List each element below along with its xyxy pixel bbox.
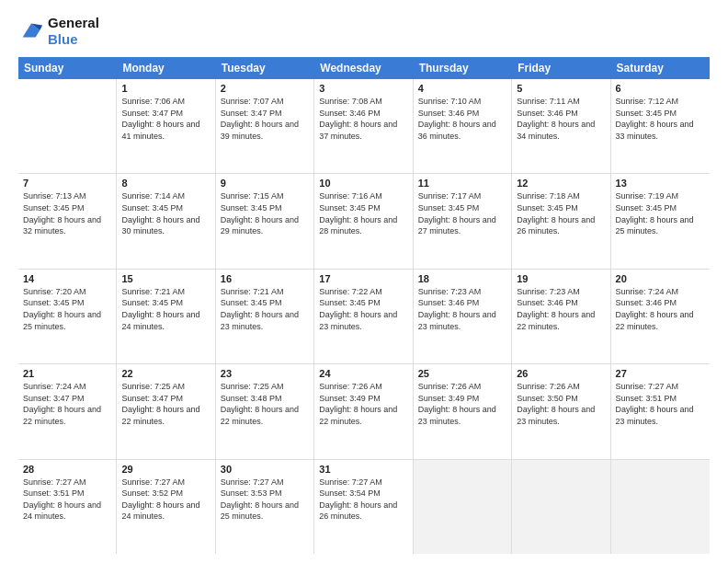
- cell-info: Sunrise: 7:16 AMSunset: 3:45 PMDaylight:…: [319, 190, 407, 236]
- cell-info: Sunrise: 7:25 AMSunset: 3:48 PMDaylight:…: [221, 381, 309, 427]
- cell-date: 16: [221, 273, 309, 284]
- cell-date: 31: [319, 464, 407, 475]
- cell-date: 6: [616, 83, 705, 94]
- cell-2-1: 15 Sunrise: 7:21 AMSunset: 3:45 PMDaylig…: [117, 270, 215, 363]
- cell-0-2: 2 Sunrise: 7:07 AMSunset: 3:47 PMDayligh…: [216, 79, 314, 173]
- cell-3-5: 26 Sunrise: 7:26 AMSunset: 3:50 PMDaylig…: [512, 364, 610, 458]
- cell-date: 8: [121, 178, 210, 189]
- cell-info: Sunrise: 7:11 AMSunset: 3:46 PMDaylight:…: [517, 96, 605, 142]
- header-friday: Friday: [512, 57, 610, 79]
- cell-4-1: 29 Sunrise: 7:27 AMSunset: 3:52 PMDaylig…: [117, 460, 215, 554]
- cell-2-0: 14 Sunrise: 7:20 AMSunset: 3:45 PMDaylig…: [18, 270, 117, 363]
- cell-info: Sunrise: 7:10 AMSunset: 3:46 PMDaylight:…: [418, 96, 506, 142]
- cell-date: 5: [517, 83, 605, 94]
- cell-info: Sunrise: 7:20 AMSunset: 3:45 PMDaylight:…: [23, 286, 111, 332]
- cell-info: Sunrise: 7:17 AMSunset: 3:45 PMDaylight:…: [418, 190, 506, 236]
- logo: General Blue: [18, 15, 99, 48]
- header-thursday: Thursday: [414, 57, 512, 79]
- cell-date: 14: [23, 273, 111, 284]
- calendar-body: 1 Sunrise: 7:06 AMSunset: 3:47 PMDayligh…: [18, 79, 710, 554]
- cell-3-2: 23 Sunrise: 7:25 AMSunset: 3:48 PMDaylig…: [216, 364, 314, 458]
- cell-0-5: 5 Sunrise: 7:11 AMSunset: 3:46 PMDayligh…: [512, 79, 610, 173]
- cell-2-4: 18 Sunrise: 7:23 AMSunset: 3:46 PMDaylig…: [414, 270, 512, 363]
- cell-info: Sunrise: 7:26 AMSunset: 3:49 PMDaylight:…: [418, 381, 506, 427]
- cell-date: 21: [23, 368, 111, 379]
- cell-1-3: 10 Sunrise: 7:16 AMSunset: 3:45 PMDaylig…: [314, 174, 413, 268]
- cell-date: 15: [121, 273, 210, 284]
- cell-info: Sunrise: 7:23 AMSunset: 3:46 PMDaylight:…: [517, 286, 605, 332]
- cell-info: Sunrise: 7:26 AMSunset: 3:49 PMDaylight:…: [319, 381, 407, 427]
- cell-date: 19: [517, 273, 605, 284]
- header-saturday: Saturday: [611, 57, 710, 79]
- cell-info: Sunrise: 7:14 AMSunset: 3:45 PMDaylight:…: [121, 190, 210, 236]
- cell-info: Sunrise: 7:08 AMSunset: 3:46 PMDaylight:…: [319, 96, 407, 142]
- cell-date: 13: [616, 178, 705, 189]
- cell-info: Sunrise: 7:21 AMSunset: 3:45 PMDaylight:…: [221, 286, 309, 332]
- cell-info: Sunrise: 7:27 AMSunset: 3:53 PMDaylight:…: [221, 477, 309, 523]
- cell-date: 9: [221, 178, 309, 189]
- cell-3-1: 22 Sunrise: 7:25 AMSunset: 3:47 PMDaylig…: [117, 364, 215, 458]
- header-sunday: Sunday: [18, 57, 117, 79]
- cell-info: Sunrise: 7:26 AMSunset: 3:50 PMDaylight:…: [517, 381, 605, 427]
- cell-date: 23: [221, 368, 309, 379]
- cell-0-6: 6 Sunrise: 7:12 AMSunset: 3:45 PMDayligh…: [611, 79, 710, 173]
- page: General Blue Sunday Monday Tuesday Wedne…: [0, 0, 728, 563]
- cell-info: Sunrise: 7:07 AMSunset: 3:47 PMDaylight:…: [221, 96, 309, 142]
- cell-info: Sunrise: 7:13 AMSunset: 3:45 PMDaylight:…: [23, 190, 111, 236]
- cell-date: 17: [319, 273, 407, 284]
- calendar: Sunday Monday Tuesday Wednesday Thursday…: [18, 57, 710, 554]
- cell-date: 10: [319, 178, 407, 189]
- cell-0-1: 1 Sunrise: 7:06 AMSunset: 3:47 PMDayligh…: [117, 79, 215, 173]
- cell-date: 3: [319, 83, 407, 94]
- cell-date: 12: [517, 178, 605, 189]
- cell-info: Sunrise: 7:22 AMSunset: 3:45 PMDaylight:…: [319, 286, 407, 332]
- calendar-header: Sunday Monday Tuesday Wednesday Thursday…: [18, 57, 710, 79]
- cell-1-5: 12 Sunrise: 7:18 AMSunset: 3:45 PMDaylig…: [512, 174, 610, 268]
- cell-1-4: 11 Sunrise: 7:17 AMSunset: 3:45 PMDaylig…: [414, 174, 512, 268]
- cell-date: 26: [517, 368, 605, 379]
- cell-4-4: [414, 460, 512, 554]
- cell-date: 28: [23, 464, 111, 475]
- logo-icon: [18, 18, 44, 44]
- logo-text: General Blue: [48, 15, 99, 48]
- cell-4-5: [512, 460, 610, 554]
- cell-info: Sunrise: 7:18 AMSunset: 3:45 PMDaylight:…: [517, 190, 605, 236]
- cell-date: 2: [221, 83, 309, 94]
- week-row-5: 28 Sunrise: 7:27 AMSunset: 3:51 PMDaylig…: [18, 460, 710, 554]
- cell-3-6: 27 Sunrise: 7:27 AMSunset: 3:51 PMDaylig…: [611, 364, 710, 458]
- cell-1-6: 13 Sunrise: 7:19 AMSunset: 3:45 PMDaylig…: [611, 174, 710, 268]
- header-tuesday: Tuesday: [216, 57, 314, 79]
- cell-4-2: 30 Sunrise: 7:27 AMSunset: 3:53 PMDaylig…: [216, 460, 314, 554]
- cell-date: 22: [121, 368, 210, 379]
- cell-info: Sunrise: 7:27 AMSunset: 3:54 PMDaylight:…: [319, 477, 407, 523]
- week-row-3: 14 Sunrise: 7:20 AMSunset: 3:45 PMDaylig…: [18, 270, 710, 364]
- cell-date: 30: [221, 464, 309, 475]
- cell-4-0: 28 Sunrise: 7:27 AMSunset: 3:51 PMDaylig…: [18, 460, 117, 554]
- cell-date: 29: [121, 464, 210, 475]
- cell-1-0: 7 Sunrise: 7:13 AMSunset: 3:45 PMDayligh…: [18, 174, 117, 268]
- cell-2-3: 17 Sunrise: 7:22 AMSunset: 3:45 PMDaylig…: [314, 270, 413, 363]
- cell-0-3: 3 Sunrise: 7:08 AMSunset: 3:46 PMDayligh…: [314, 79, 413, 173]
- cell-date: 24: [319, 368, 407, 379]
- cell-info: Sunrise: 7:23 AMSunset: 3:46 PMDaylight:…: [418, 286, 506, 332]
- cell-0-4: 4 Sunrise: 7:10 AMSunset: 3:46 PMDayligh…: [414, 79, 512, 173]
- cell-4-3: 31 Sunrise: 7:27 AMSunset: 3:54 PMDaylig…: [314, 460, 413, 554]
- cell-info: Sunrise: 7:27 AMSunset: 3:52 PMDaylight:…: [121, 477, 210, 523]
- cell-1-2: 9 Sunrise: 7:15 AMSunset: 3:45 PMDayligh…: [216, 174, 314, 268]
- cell-info: Sunrise: 7:19 AMSunset: 3:45 PMDaylight:…: [616, 190, 705, 236]
- week-row-4: 21 Sunrise: 7:24 AMSunset: 3:47 PMDaylig…: [18, 364, 710, 459]
- cell-date: 7: [23, 178, 111, 189]
- cell-4-6: [611, 460, 710, 554]
- cell-date: 1: [121, 83, 210, 94]
- week-row-2: 7 Sunrise: 7:13 AMSunset: 3:45 PMDayligh…: [18, 174, 710, 269]
- cell-0-0: [18, 79, 117, 173]
- cell-2-5: 19 Sunrise: 7:23 AMSunset: 3:46 PMDaylig…: [512, 270, 610, 363]
- cell-2-2: 16 Sunrise: 7:21 AMSunset: 3:45 PMDaylig…: [216, 270, 314, 363]
- cell-info: Sunrise: 7:06 AMSunset: 3:47 PMDaylight:…: [121, 96, 210, 142]
- cell-info: Sunrise: 7:15 AMSunset: 3:45 PMDaylight:…: [221, 190, 309, 236]
- cell-info: Sunrise: 7:21 AMSunset: 3:45 PMDaylight:…: [121, 286, 210, 332]
- cell-1-1: 8 Sunrise: 7:14 AMSunset: 3:45 PMDayligh…: [117, 174, 215, 268]
- header-monday: Monday: [117, 57, 215, 79]
- week-row-1: 1 Sunrise: 7:06 AMSunset: 3:47 PMDayligh…: [18, 79, 710, 174]
- cell-date: 20: [616, 273, 705, 284]
